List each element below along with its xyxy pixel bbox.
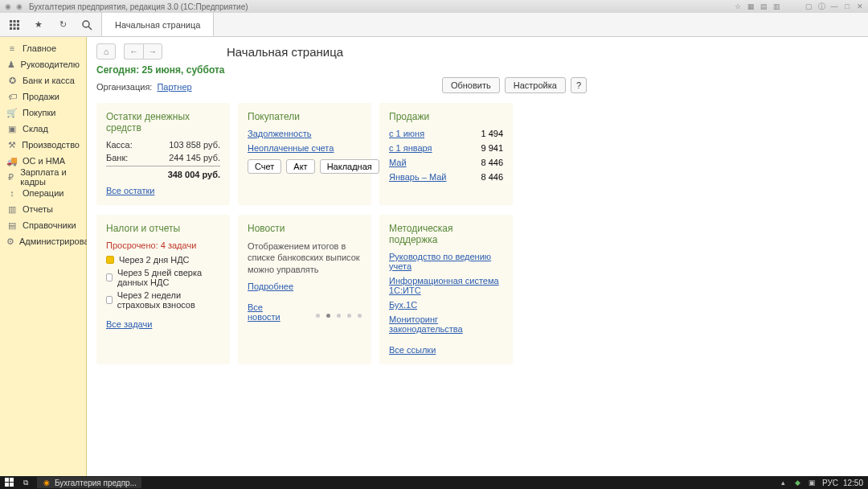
- today-label: Сегодня: 25 июня, суббота: [96, 64, 858, 76]
- method-link[interactable]: Мониторинг законодательства: [389, 314, 503, 334]
- tray-time[interactable]: 12:50: [843, 479, 863, 487]
- app-icon: ◉: [42, 478, 51, 487]
- news-more-link[interactable]: Подробнее: [248, 281, 293, 291]
- sidebar-item-production[interactable]: ⚒Производство: [0, 137, 86, 153]
- truck-icon: 🚚: [6, 156, 18, 166]
- tb-icon-5[interactable]: ▢: [804, 2, 813, 11]
- refresh-button[interactable]: Обновить: [442, 77, 500, 93]
- apps-icon[interactable]: [8, 18, 21, 31]
- bank-icon: ✪: [6, 76, 18, 86]
- factory-icon: ⚒: [6, 140, 17, 150]
- tab-home[interactable]: Начальная страница: [102, 13, 214, 36]
- sales-link[interactable]: Январь – Май: [389, 172, 446, 182]
- all-tasks-link[interactable]: Все задачи: [106, 319, 152, 329]
- svg-rect-12: [10, 478, 14, 482]
- sidebar-item-bank[interactable]: ✪Банк и касса: [0, 72, 86, 88]
- minimize-icon[interactable]: —: [829, 2, 839, 11]
- invoice-button[interactable]: Накладная: [320, 159, 379, 174]
- sidebar-item-admin[interactable]: ⚙Администрирование: [0, 233, 86, 249]
- tray-icon[interactable]: ◆: [793, 478, 803, 487]
- svg-rect-11: [5, 478, 9, 482]
- svg-rect-3: [10, 23, 12, 26]
- forward-button[interactable]: →: [143, 43, 162, 60]
- card-title: Продажи: [389, 111, 503, 122]
- sidebar-item-assets[interactable]: 🚚ОС и НМА: [0, 153, 86, 169]
- sidebar-item-catalogs[interactable]: ▤Справочники: [0, 217, 86, 233]
- dot[interactable]: [358, 314, 362, 318]
- card-buyers: Покупатели Задолженность Неоплаченные сч…: [238, 103, 371, 205]
- back-button[interactable]: ←: [124, 43, 143, 60]
- method-link[interactable]: Руководство по ведению учета: [389, 252, 503, 271]
- method-link[interactable]: Бух.1С: [389, 300, 503, 310]
- tb-icon-4[interactable]: ▥: [772, 2, 781, 11]
- tb-icon-3[interactable]: ▤: [759, 2, 768, 11]
- svg-rect-13: [5, 483, 9, 487]
- history-icon[interactable]: ↻: [56, 18, 69, 31]
- svg-rect-6: [10, 27, 12, 30]
- tax-item: Через 2 недели страховых взносов: [106, 290, 220, 310]
- maximize-icon[interactable]: □: [842, 2, 852, 11]
- sales-link[interactable]: Май: [389, 158, 407, 167]
- sidebar-item-sales[interactable]: 🏷Продажи: [0, 88, 86, 105]
- sidebar-item-main[interactable]: ≡Главное: [0, 40, 86, 56]
- svg-rect-8: [17, 27, 19, 30]
- card-title: Остатки денежных средств: [106, 111, 220, 134]
- all-news-link[interactable]: Все новости: [248, 302, 284, 322]
- tax-item: Через 5 дней сверка данных НДС: [106, 268, 220, 287]
- tray-icon[interactable]: ▣: [808, 478, 817, 487]
- news-pagination: [316, 314, 362, 318]
- svg-rect-1: [14, 20, 16, 23]
- method-link[interactable]: Информационная система 1С:ИТС: [389, 276, 503, 295]
- org-label: Организация:: [96, 82, 152, 92]
- book-icon: ▤: [6, 220, 18, 231]
- sales-link[interactable]: с 1 января: [389, 143, 432, 153]
- help-button[interactable]: ?: [571, 77, 587, 93]
- tray-icon[interactable]: ▴: [779, 478, 788, 487]
- settings-button[interactable]: Настройка: [505, 77, 566, 93]
- close-icon[interactable]: ✕: [855, 2, 865, 11]
- tray-lang[interactable]: РУС: [822, 479, 838, 487]
- cart-icon: 🛒: [6, 108, 18, 118]
- svg-rect-4: [14, 23, 16, 26]
- dot[interactable]: [316, 314, 320, 318]
- dot[interactable]: [337, 314, 341, 318]
- box-icon: ▣: [6, 124, 18, 134]
- sidebar-item-purchases[interactable]: 🛒Покупки: [0, 105, 86, 121]
- sidebar: ≡Главное ♟Руководителю ✪Банк и касса 🏷Пр…: [0, 37, 87, 476]
- search-icon[interactable]: [80, 18, 93, 31]
- sidebar-item-reports[interactable]: ▥Отчеты: [0, 201, 86, 217]
- news-text: Отображением итогов в списке банковских …: [248, 240, 362, 275]
- act-button[interactable]: Акт: [286, 159, 314, 174]
- sidebar-item-manager[interactable]: ♟Руководителю: [0, 56, 86, 72]
- taskview-icon[interactable]: ⧉: [21, 478, 31, 487]
- org-link[interactable]: Партнер: [157, 82, 191, 92]
- dot-active[interactable]: [326, 314, 330, 318]
- all-balances-link[interactable]: Все остатки: [106, 186, 154, 195]
- all-links-link[interactable]: Все ссылки: [389, 345, 436, 355]
- main-area: ⌂ ← → Начальная страница Сегодня: 25 июн…: [87, 37, 868, 476]
- bill-button[interactable]: Счет: [248, 159, 281, 174]
- ops-icon: ↕: [6, 188, 18, 198]
- card-title: Покупатели: [248, 111, 362, 122]
- dot[interactable]: [347, 314, 351, 318]
- sidebar-item-operations[interactable]: ↕Операции: [0, 185, 86, 201]
- sidebar-item-salary[interactable]: ₽Зарплата и кадры: [0, 169, 86, 185]
- main-toolbar: ★ ↻ Начальная страница: [0, 13, 868, 37]
- star-icon[interactable]: ★: [32, 18, 45, 31]
- debt-link[interactable]: Задолженность: [248, 129, 362, 138]
- tb-icon-2[interactable]: ▦: [746, 2, 755, 11]
- sales-link[interactable]: с 1 июня: [389, 129, 424, 138]
- tb-icon-6[interactable]: ⓘ: [817, 2, 826, 11]
- overdue-label: Просрочено: 4 задачи: [106, 240, 220, 250]
- svg-rect-14: [10, 483, 14, 487]
- unpaid-link[interactable]: Неоплаченные счета: [248, 143, 362, 153]
- home-button[interactable]: ⌂: [96, 43, 116, 60]
- tb-icon-1[interactable]: ☆: [733, 2, 743, 11]
- card-methodics: Методическая поддержка Руководство по ве…: [379, 215, 513, 364]
- app-icon: ◉: [3, 2, 13, 11]
- taskbar-app[interactable]: ◉ Бухгалтерия предпр...: [37, 477, 141, 488]
- card-cash: Остатки денежных средств Касса:103 858 р…: [96, 103, 230, 205]
- windows-start-icon[interactable]: [5, 478, 14, 487]
- svg-point-9: [83, 21, 89, 27]
- sidebar-item-warehouse[interactable]: ▣Склад: [0, 121, 86, 137]
